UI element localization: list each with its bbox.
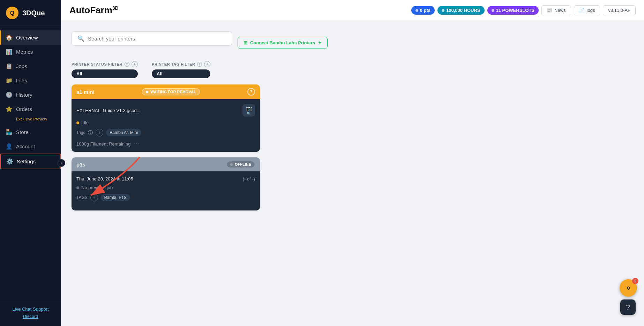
help-icon: ? bbox=[626, 303, 630, 311]
tag-filter-info-icon[interactable]: ? bbox=[197, 62, 202, 67]
pts-badge[interactable]: 0 pts bbox=[411, 6, 435, 15]
offline-dot-p1s bbox=[76, 186, 79, 189]
tag-add-btn-p1s[interactable]: + bbox=[90, 194, 98, 201]
sidebar-collapse-button[interactable]: ‹ bbox=[58, 159, 65, 167]
hours-dot bbox=[442, 9, 444, 12]
card-body-a1mini: EXTERNAL: Guide V1.3.gcod... 📷 🔍 Idle Ta… bbox=[72, 99, 260, 152]
idle-dot-a1mini bbox=[76, 121, 79, 124]
hours-label: 100,000 HOURS bbox=[446, 8, 480, 13]
header: AutoFarm3D 0 pts 100,000 HOURS 11 POWERS… bbox=[61, 0, 644, 21]
sidebar-item-label: History bbox=[16, 92, 32, 98]
no-job-label-p1s: No previous job bbox=[81, 185, 113, 190]
store-icon: 🏪 bbox=[6, 129, 12, 135]
nav-menu: 🏠 Overview 📊 Metrics 📋 Jobs 📁 Files 🕐 Hi… bbox=[0, 26, 61, 300]
printer-card-a1mini: a1 mini WAITING FOR REMOVAL ? EXTERNAL: … bbox=[72, 84, 260, 152]
history-icon: 🕐 bbox=[6, 91, 12, 98]
status-badge-a1mini: WAITING FOR REMOVAL bbox=[142, 88, 200, 95]
news-label: News bbox=[554, 8, 566, 13]
connect-bambu-button[interactable]: ⊞ Connect Bambu Labs Printers ✦ bbox=[238, 37, 328, 49]
settings-icon: ⚙️ bbox=[6, 158, 13, 165]
status-filter-info-icon[interactable]: ? bbox=[125, 62, 129, 67]
powerslots-badge[interactable]: 11 POWERSLOTS bbox=[487, 6, 539, 15]
header-badges: 0 pts 100,000 HOURS 11 POWERSLOTS 📰 News… bbox=[411, 5, 636, 15]
collapse-icon: ‹ bbox=[61, 161, 62, 165]
status-badge-p1s: OFFLINE bbox=[226, 161, 255, 168]
help-fab[interactable]: ? bbox=[620, 299, 636, 315]
chat-fab-icon: Q bbox=[623, 283, 633, 293]
connect-plus-icon: ✦ bbox=[318, 40, 322, 45]
sidebar-item-label: Overview bbox=[16, 35, 38, 40]
filament-menu-a1mini[interactable]: ··· bbox=[133, 141, 140, 147]
tag-add-btn-a1mini[interactable]: + bbox=[96, 129, 103, 136]
sidebar-item-history[interactable]: 🕐 History bbox=[0, 88, 61, 102]
idle-label-a1mini: Idle bbox=[81, 120, 89, 125]
card-header-p1s: p1s OFFLINE bbox=[72, 157, 260, 171]
page-title: AutoFarm3D bbox=[69, 5, 411, 16]
sidebar-item-label: Store bbox=[16, 129, 29, 135]
card-no-job-row-p1s: No previous job bbox=[76, 185, 255, 190]
filament-text-a1mini: 1000g Filament Remaining bbox=[76, 141, 130, 147]
pts-dot bbox=[415, 9, 418, 12]
card-job-row-a1mini: EXTERNAL: Guide V1.3.gcod... 📷 🔍 bbox=[76, 104, 255, 117]
printer-card-p1s: p1s OFFLINE Thu, June 20, 2024 at 11:05 … bbox=[72, 157, 260, 210]
content-area: 🔍 ⊞ Connect Bambu Labs Printers ✦ PRINTE… bbox=[61, 21, 644, 326]
search-input[interactable] bbox=[88, 36, 226, 42]
tags-label-p1s: TAGS bbox=[76, 195, 88, 200]
card-header-a1mini: a1 mini WAITING FOR REMOVAL ? bbox=[72, 84, 260, 99]
sidebar-item-label: Metrics bbox=[16, 49, 33, 55]
version-label: v3.11.0-AF bbox=[603, 5, 636, 15]
hours-badge[interactable]: 100,000 HOURS bbox=[437, 6, 485, 15]
camera-icon-a1mini[interactable]: 📷 🔍 bbox=[242, 104, 255, 117]
status-filter-add-icon[interactable]: + bbox=[132, 61, 138, 67]
sidebar-item-overview[interactable]: 🏠 Overview bbox=[0, 30, 61, 45]
logo-icon: Q bbox=[6, 6, 19, 20]
sidebar-item-store[interactable]: 🏪 Store bbox=[0, 125, 61, 139]
card-help-icon-a1mini[interactable]: ? bbox=[247, 88, 255, 96]
sidebar-item-label: Orders bbox=[16, 106, 32, 112]
orders-row: ⭐ Orders bbox=[6, 106, 32, 112]
connect-label: Connect Bambu Labs Printers bbox=[250, 40, 315, 45]
search-bar[interactable]: 🔍 bbox=[72, 31, 232, 46]
sidebar-item-label: Account bbox=[16, 143, 35, 149]
tag-pill-p1s[interactable]: Bambu P1S bbox=[101, 194, 130, 201]
metrics-icon: 📊 bbox=[6, 49, 12, 55]
news-icon: 📰 bbox=[547, 8, 552, 13]
tag-filter-pill[interactable]: All bbox=[152, 69, 210, 78]
card-tags-row-a1mini: Tags ? + Bambu A1 Mini bbox=[76, 129, 255, 136]
sidebar-bottom: Live Chat Support Discord bbox=[0, 300, 61, 326]
logs-button[interactable]: 📄 logs bbox=[574, 5, 600, 15]
status-filter-label-row: PRINTER STATUS FILTER ? + bbox=[72, 61, 138, 67]
logs-icon: 📄 bbox=[579, 8, 585, 13]
card-datetime-p1s: Thu, June 20, 2024 at 11:05 bbox=[76, 176, 133, 181]
status-filter-pill[interactable]: All bbox=[72, 69, 138, 78]
tag-filter-label: PRINTER TAG FILTER bbox=[152, 62, 195, 66]
sidebar-item-jobs[interactable]: 📋 Jobs bbox=[0, 59, 61, 73]
tag-pill-a1mini[interactable]: Bambu A1 Mini bbox=[106, 129, 141, 136]
card-status-row-a1mini: Idle bbox=[76, 120, 255, 125]
printer-cards-grid: a1 mini WAITING FOR REMOVAL ? EXTERNAL: … bbox=[72, 84, 260, 210]
sidebar-item-files[interactable]: 📁 Files bbox=[0, 73, 61, 88]
news-button[interactable]: 📰 News bbox=[541, 5, 571, 15]
sidebar-item-orders[interactable]: ⭐ Orders Exclusive Preview bbox=[0, 102, 61, 125]
printer-name-a1mini: a1 mini bbox=[76, 89, 95, 95]
sidebar-item-account[interactable]: 👤 Account bbox=[0, 139, 61, 154]
tags-info-icon-a1mini[interactable]: ? bbox=[88, 130, 93, 135]
tag-filter-add-icon[interactable]: + bbox=[204, 61, 210, 67]
jobs-icon: 📋 bbox=[6, 63, 12, 69]
live-chat-link[interactable]: Live Chat Support Discord bbox=[6, 306, 55, 320]
account-icon: 👤 bbox=[6, 143, 12, 150]
sidebar-item-label: Settings bbox=[17, 158, 36, 164]
sidebar-item-metrics[interactable]: 📊 Metrics bbox=[0, 45, 61, 59]
sidebar-item-settings[interactable]: ⚙️ Settings bbox=[0, 154, 61, 169]
files-icon: 📁 bbox=[6, 77, 12, 84]
tags-label-a1mini: Tags bbox=[76, 130, 85, 135]
status-dot-p1s bbox=[230, 163, 233, 166]
chat-fab[interactable]: Q 5 bbox=[620, 279, 637, 297]
svg-text:Q: Q bbox=[627, 286, 630, 290]
status-dot-a1mini bbox=[146, 91, 148, 93]
powerslots-dot bbox=[492, 9, 494, 12]
card-filament-row-a1mini: 1000g Filament Remaining ··· bbox=[76, 141, 255, 147]
chat-fab-badge: 5 bbox=[632, 278, 638, 284]
top-row: 🔍 ⊞ Connect Bambu Labs Printers ✦ bbox=[72, 31, 634, 54]
pts-label: 0 pts bbox=[420, 8, 430, 13]
